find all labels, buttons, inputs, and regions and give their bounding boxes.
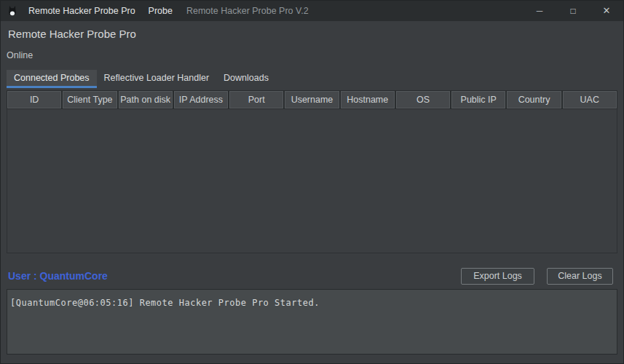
column-header-id[interactable]: ID bbox=[7, 91, 61, 108]
column-header-uac[interactable]: UAC bbox=[563, 91, 617, 108]
table-body-empty[interactable] bbox=[7, 109, 617, 253]
tab-downloads[interactable]: Downloads bbox=[216, 70, 276, 88]
column-header-client-type[interactable]: Client Type bbox=[63, 91, 116, 108]
column-header-public-ip[interactable]: Public IP bbox=[451, 91, 505, 108]
connected-probes-table: ID Client Type Path on disk IP Address P… bbox=[7, 90, 617, 253]
minimize-icon[interactable]: ─ bbox=[523, 1, 556, 21]
column-header-username[interactable]: Username bbox=[285, 91, 339, 108]
column-header-hostname[interactable]: Hostname bbox=[341, 91, 395, 108]
app-window: Remote Hacker Probe Pro Probe Remote Hac… bbox=[0, 0, 624, 364]
page-title: Remote Hacker Probe Pro bbox=[7, 28, 617, 40]
status-online-label: Online bbox=[7, 50, 617, 60]
column-header-port[interactable]: Port bbox=[229, 91, 283, 108]
column-header-os[interactable]: OS bbox=[396, 91, 450, 108]
column-header-ip-address[interactable]: IP Address bbox=[174, 91, 228, 108]
log-output-box[interactable]: [QuantumCore@06:05:16] Remote Hacker Pro… bbox=[7, 289, 617, 355]
clear-logs-button[interactable]: Clear Logs bbox=[547, 268, 613, 285]
current-user-label: User : QuantumCore bbox=[7, 270, 108, 282]
tab-connected-probes[interactable]: Connected Probes bbox=[7, 70, 97, 88]
title-bar: Remote Hacker Probe Pro Probe Remote Hac… bbox=[1, 1, 623, 21]
tab-reflective-loader-handler[interactable]: Reflective Loader Handler bbox=[97, 70, 217, 88]
log-line: [QuantumCore@06:05:16] Remote Hacker Pro… bbox=[10, 298, 614, 308]
menu-probe[interactable]: Probe bbox=[142, 1, 179, 21]
window-controls: ─ □ ✕ bbox=[523, 1, 623, 21]
table-header-row: ID Client Type Path on disk IP Address P… bbox=[7, 90, 617, 109]
maximize-icon[interactable]: □ bbox=[556, 1, 590, 21]
log-buttons: Export Logs Clear Logs bbox=[461, 268, 617, 285]
export-logs-button[interactable]: Export Logs bbox=[461, 268, 534, 285]
window-title: Remote Hacker Probe Pro V.2 bbox=[186, 6, 309, 16]
footer-row: User : QuantumCore Export Logs Clear Log… bbox=[7, 267, 617, 285]
main-content: Remote Hacker Probe Pro Online Connected… bbox=[1, 28, 623, 355]
close-icon[interactable]: ✕ bbox=[590, 1, 623, 21]
column-header-path-on-disk[interactable]: Path on disk bbox=[119, 91, 173, 108]
app-logo-icon bbox=[7, 5, 18, 17]
menu-remote-hacker-probe-pro[interactable]: Remote Hacker Probe Pro bbox=[22, 1, 142, 21]
column-header-country[interactable]: Country bbox=[507, 91, 561, 108]
tab-bar: Connected Probes Reflective Loader Handl… bbox=[7, 70, 617, 88]
